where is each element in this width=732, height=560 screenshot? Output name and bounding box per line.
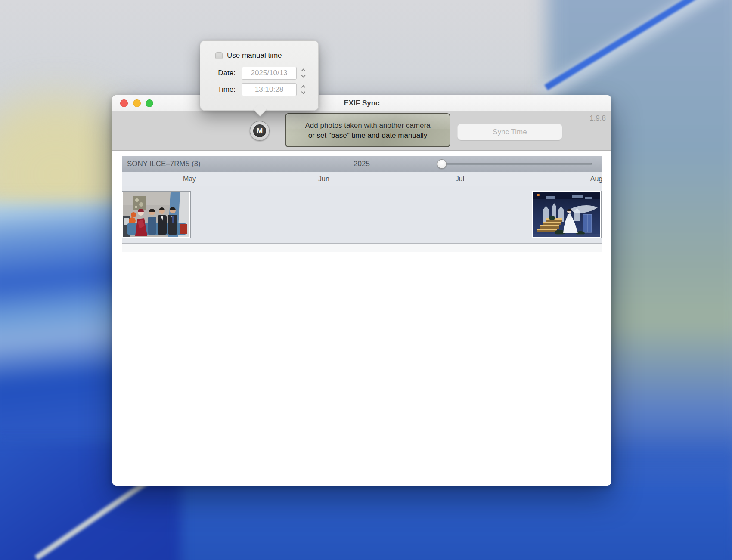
timeline-slider[interactable] bbox=[437, 156, 592, 172]
zoom-button[interactable] bbox=[146, 99, 153, 107]
family-photo-image bbox=[123, 192, 189, 237]
toolbar: M Add photos taken with another camera o… bbox=[112, 111, 611, 151]
photo-strip bbox=[122, 186, 602, 243]
use-manual-time-label: Use manual time bbox=[227, 51, 282, 60]
exif-sync-window: EXIF Sync M Add photos taken with anothe… bbox=[112, 95, 611, 486]
time-label: Time: bbox=[209, 85, 236, 94]
wedding-photo-image bbox=[533, 192, 600, 237]
chevron-down-icon[interactable] bbox=[301, 90, 305, 94]
slider-track[interactable] bbox=[437, 163, 592, 165]
camera-timeline: SONY ILCE–7RM5 (3) 2025 May Jun Jul Aug bbox=[122, 156, 602, 252]
month-label-jun: Jun bbox=[307, 172, 341, 186]
month-divider bbox=[391, 172, 391, 186]
use-manual-time-checkbox[interactable] bbox=[215, 52, 223, 59]
month-label-may: May bbox=[172, 172, 207, 186]
month-row: May Jun Jul Aug bbox=[122, 172, 602, 186]
title-bar[interactable]: EXIF Sync bbox=[112, 95, 611, 111]
month-divider bbox=[257, 172, 257, 186]
minimize-button[interactable] bbox=[133, 99, 141, 107]
tooltip-line-2: or set "base" time and date manually bbox=[286, 130, 450, 140]
version-label: 1.9.8 bbox=[589, 114, 606, 123]
chevron-up-icon[interactable] bbox=[301, 69, 305, 73]
timeline-header: SONY ILCE–7RM5 (3) 2025 bbox=[122, 156, 602, 172]
time-field[interactable]: 13:10:28 bbox=[242, 83, 297, 96]
slider-knob[interactable] bbox=[437, 159, 447, 169]
date-stepper[interactable] bbox=[299, 67, 307, 80]
wedding-photo-thumbnail[interactable] bbox=[532, 191, 602, 238]
month-label-aug: Aug bbox=[579, 172, 602, 186]
content-area: SONY ILCE–7RM5 (3) 2025 May Jun Jul Aug bbox=[112, 151, 611, 486]
strip-footer-band bbox=[122, 243, 602, 252]
time-stepper[interactable] bbox=[299, 83, 307, 96]
wallpaper-diagonal-stripe bbox=[544, 0, 732, 90]
date-field[interactable]: 2025/10/13 bbox=[242, 67, 297, 80]
m-icon: M bbox=[253, 124, 266, 137]
add-camera-tooltip: Add photos taken with another camera or … bbox=[285, 113, 450, 147]
manual-mode-button[interactable]: M bbox=[250, 121, 270, 141]
manual-time-popover: Use manual time Date: 2025/10/13 Time: 1… bbox=[200, 40, 319, 111]
chevron-up-icon[interactable] bbox=[301, 85, 305, 90]
wallpaper-bottom-stripe bbox=[34, 475, 155, 560]
month-divider bbox=[529, 172, 529, 186]
strip-row-divider bbox=[122, 214, 602, 214]
window-title: EXIF Sync bbox=[112, 95, 611, 111]
chevron-down-icon[interactable] bbox=[301, 74, 305, 78]
close-button[interactable] bbox=[120, 99, 128, 107]
month-label-jul: Jul bbox=[443, 172, 477, 186]
sync-time-button[interactable]: Sync Time bbox=[457, 124, 562, 140]
date-label: Date: bbox=[209, 69, 236, 77]
wallpaper-diagonal-glow bbox=[537, 0, 732, 102]
tooltip-line-1: Add photos taken with another camera bbox=[286, 121, 450, 130]
family-photo-thumbnail[interactable] bbox=[122, 191, 191, 238]
wallpaper-left-bands bbox=[0, 202, 129, 486]
